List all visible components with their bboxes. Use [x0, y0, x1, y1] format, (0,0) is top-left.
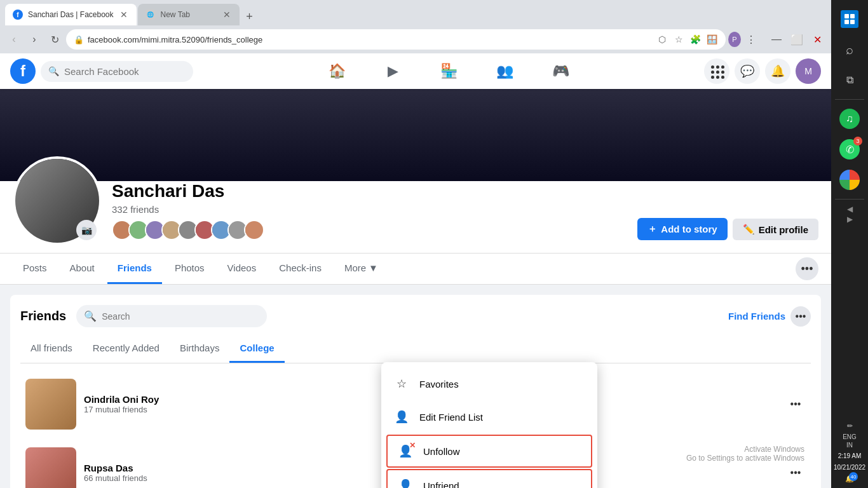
camera-button[interactable]: 📷: [76, 220, 97, 240]
scroll-up-arrow[interactable]: ◀: [847, 205, 853, 214]
browser-chrome: f Sanchari Das | Facebook ✕ 🌐 New Tab ✕ …: [0, 0, 831, 53]
search-input[interactable]: [64, 66, 179, 77]
profile-cover: [0, 89, 831, 181]
right-taskbar: ⌕ ⧉ ♫ ✆ 3 ◀ ▶ ✏ ENG IN 2:19 AM 10/21/202…: [831, 0, 868, 488]
profile-name: Sanchari Das: [112, 181, 627, 201]
taskbar-windows-btn[interactable]: [836, 5, 864, 33]
window-minimize[interactable]: —: [768, 30, 785, 48]
tab-posts[interactable]: Posts: [13, 254, 57, 284]
dropdown-edit-friend-list[interactable]: 👤 Edit Friend List: [381, 400, 597, 433]
tab-about[interactable]: About: [60, 254, 105, 284]
address-bar[interactable]: 🔒 facebook.com/mimi.mitra.52090/friends_…: [66, 29, 726, 50]
friend-card-info-oindrila: Oindrila Oni Roy 17 mutual friends: [84, 394, 379, 414]
friends-search-input[interactable]: [102, 311, 229, 322]
edit-profile-label: Edit profile: [759, 224, 808, 235]
nav-back-button[interactable]: ‹: [5, 30, 23, 48]
friend-options-dropdown: ☆ Favorites 👤 Edit Friend List 👤 ✕ Unfol…: [381, 362, 597, 488]
chrome-icon: [839, 170, 860, 190]
nav-marketplace[interactable]: 🏪: [423, 56, 474, 86]
add-to-story-button[interactable]: ＋ Add to story: [637, 218, 727, 240]
tab-photos[interactable]: Photos: [165, 254, 215, 284]
subtab-birthdays[interactable]: Birthdays: [170, 335, 230, 363]
apps-button[interactable]: [704, 58, 729, 84]
chrome-profile-btn[interactable]: P: [728, 33, 741, 46]
nav-center: 🏠 ▶ 🏪 👥 🎮: [193, 56, 704, 86]
nav-groups[interactable]: 👥: [479, 56, 530, 86]
facebook-favicon: f: [13, 10, 23, 20]
nav-home[interactable]: 🏠: [311, 56, 362, 86]
bookmark-icon[interactable]: ☆: [672, 33, 685, 46]
subtab-recently-added-label: Recently Added: [93, 342, 159, 353]
friends-more-button[interactable]: •••: [790, 306, 811, 327]
tab-facebook[interactable]: f Sanchari Das | Facebook ✕: [5, 4, 137, 25]
edit-profile-button[interactable]: ✏️ Edit profile: [733, 219, 818, 240]
profile-tabs-overflow-button[interactable]: •••: [796, 257, 818, 280]
profile-name-section: Sanchari Das 332 friends: [112, 181, 627, 245]
tab-newtab-close[interactable]: ✕: [222, 10, 232, 20]
taskbar-taskview-btn[interactable]: ⧉: [836, 66, 864, 94]
tab-videos[interactable]: Videos: [217, 254, 267, 284]
tab-facebook-close[interactable]: ✕: [119, 10, 129, 20]
messenger-button[interactable]: 💬: [735, 58, 760, 84]
subtab-recently-added[interactable]: Recently Added: [83, 335, 170, 363]
friend-avatar-9[interactable]: [244, 220, 264, 240]
nav-right: 💬 🔔 M: [704, 58, 821, 84]
notifications-badge: 40: [849, 472, 858, 481]
search-bar[interactable]: 🔍: [41, 61, 193, 82]
window-close[interactable]: ✕: [808, 30, 826, 48]
add-story-label: Add to story: [661, 224, 717, 234]
friend-menu-anwita[interactable]: •••: [785, 394, 806, 414]
tab-bar: f Sanchari Das | Facebook ✕ 🌐 New Tab ✕ …: [0, 0, 831, 25]
user-avatar[interactable]: M: [796, 58, 821, 84]
taskbar-chrome-btn[interactable]: [836, 166, 864, 194]
subtab-all-friends[interactable]: All friends: [20, 335, 83, 363]
chrome-menu-button[interactable]: ⋮: [742, 30, 760, 48]
dropdown-unfriend[interactable]: 👤 Unfriend: [386, 469, 592, 488]
taskbar-search-btn[interactable]: ⌕: [836, 36, 864, 64]
taskbar-pencil-icon[interactable]: ✏: [847, 422, 853, 430]
cast-icon[interactable]: ⬡: [656, 33, 668, 46]
tab-newtab[interactable]: 🌐 New Tab ✕: [138, 4, 240, 25]
friend-avatar-oindrila[interactable]: [25, 379, 76, 430]
nav-video[interactable]: ▶: [367, 56, 418, 86]
tab-about-label: About: [70, 262, 95, 273]
tab-more[interactable]: More ▼: [334, 254, 388, 284]
window-maximize[interactable]: ⬜: [788, 30, 806, 48]
profile-actions: ＋ Add to story ✏️ Edit profile: [637, 218, 818, 245]
friends-section-title: Friends: [20, 309, 66, 323]
friend-name-rupsa[interactable]: Rupsa Das: [84, 463, 379, 473]
friend-avatars: [112, 220, 627, 240]
subtab-college[interactable]: College: [229, 335, 284, 363]
profile-view-icon[interactable]: 🪟: [705, 33, 718, 46]
taskbar-whatsapp-btn[interactable]: ✆ 3: [836, 135, 864, 163]
extensions-icon[interactable]: 🧩: [689, 33, 702, 46]
chrome-actions: P ⋮: [728, 30, 760, 48]
find-friends-button[interactable]: Find Friends: [728, 311, 785, 322]
taskbar-notifications[interactable]: 🔔 40: [845, 475, 854, 483]
taskbar-spotify-btn[interactable]: ♫: [836, 105, 864, 133]
friend-mutual-rupsa: 66 mutual friends: [84, 473, 379, 483]
address-text[interactable]: facebook.com/mimi.mitra.52090/friends_co…: [88, 35, 652, 44]
nav-gaming[interactable]: 🎮: [535, 56, 586, 86]
activate-windows-line2: Go to Settings to activate Windows: [686, 454, 804, 463]
tab-checkins[interactable]: Check-ins: [269, 254, 332, 284]
new-tab-button[interactable]: +: [241, 8, 259, 25]
friend-name-oindrila[interactable]: Oindrila Oni Roy: [84, 394, 379, 405]
friend-avatar-rupsa[interactable]: [25, 447, 76, 488]
dropdown-favorites[interactable]: ☆ Favorites: [381, 367, 597, 400]
scroll-down-arrow[interactable]: ▶: [847, 215, 853, 224]
taskbar-language[interactable]: ENG IN: [843, 433, 857, 449]
tab-friends[interactable]: Friends: [107, 254, 162, 284]
dropdown-unfollow[interactable]: 👤 ✕ Unfollow: [386, 435, 592, 468]
edit-friend-list-icon: 👤: [391, 407, 412, 427]
notifications-button[interactable]: 🔔: [765, 58, 790, 84]
friend-card-oindrila: Oindrila Oni Roy 17 mutual friends •••: [20, 374, 412, 435]
friend-menu-preeti[interactable]: •••: [785, 463, 806, 483]
facebook-logo[interactable]: f: [10, 58, 36, 84]
taskbar-date: 10/21/2022: [834, 463, 865, 472]
address-icons: ⬡ ☆ 🧩 🪟: [656, 33, 718, 46]
nav-reload-button[interactable]: ↻: [46, 30, 64, 48]
friends-search-wrap[interactable]: 🔍: [76, 305, 267, 327]
nav-forward-button[interactable]: ›: [25, 30, 43, 48]
friend-card-rupsa: Rupsa Das 66 mutual friends •••: [20, 442, 412, 488]
